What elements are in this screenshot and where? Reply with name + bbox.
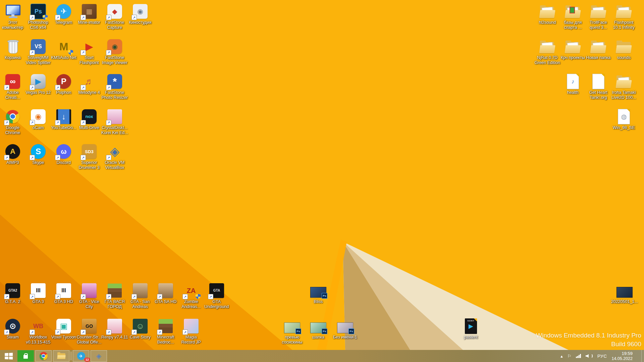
desktop-icon-iroha-tamaki[interactable]: Iroha Tamaki Live2D 100... [611, 73, 637, 100]
shortcut-arrow-icon: ↗ [106, 294, 111, 299]
shortcut-arrow-icon: ↗ [55, 329, 60, 335]
icon-label: Magia Record JP [173, 335, 209, 345]
shortcut-arrow-icon: ↗ [4, 155, 9, 160]
desktop-icon-bliss[interactable]: PsBliss [306, 283, 331, 304]
shortcut-arrow-icon: ↗ [80, 50, 86, 55]
shortcut-arrow-icon: ↗ [4, 120, 9, 125]
action-center-flag-icon[interactable]: ⚐ [568, 354, 572, 358]
desktop-icon-gta-san-andreas[interactable]: ↗GTA - San Andreas [127, 283, 153, 309]
desktop-icon-faststone-capture[interactable]: ◆↗FastStone Capture [102, 3, 127, 30]
youtube-downloader-icon: ↓↗ [56, 109, 72, 125]
windows-watermark: Windows Embedded 8.1 Industry Pro Build … [536, 331, 641, 349]
photoshop-file-badge: Ps [296, 328, 301, 334]
desktop-icon-flashpoint-infinity[interactable]: Flashpoint 10.1 Infinity [611, 3, 637, 30]
faststone-capture-icon: ◆↗ [107, 3, 123, 19]
cave-story-icon: ☺↗ [132, 318, 148, 334]
show-desktop-strip[interactable] [641, 350, 644, 362]
desktop-icon-sounds[interactable]: sounds [611, 39, 637, 60]
crystaldiskinfo-icon: ↗ [107, 109, 123, 125]
solveigmm-icon: VS↗ [30, 39, 46, 55]
desktop-icon-preview-sosiskiny[interactable]: Psпревью сосискины [279, 318, 305, 345]
icon-label: Iroha Tamaki Live2D 100... [606, 90, 642, 100]
desktop-icon-photoshop-cs6[interactable]: Ps↗Photoshop CS6 x64 [25, 3, 51, 30]
shortcut-arrow-icon: ↗ [106, 50, 111, 55]
desktop-icon-faststone-resizer[interactable]: *↗FastStone Photo Resizer [102, 73, 127, 100]
taskbar-store-button[interactable] [17, 350, 34, 362]
show-hidden-icons-chevron[interactable]: ▴ [560, 354, 563, 358]
shortcut-arrow-icon: ↗ [30, 50, 35, 55]
shortcut-arrow-icon: ↗ [30, 329, 35, 335]
faststone-viewer-icon: ◉↗ [107, 39, 123, 55]
desktop-icon-faststone-viewer[interactable]: ◉↗FastStone Image Viewer [102, 39, 127, 65]
shortcut-arrow-icon: ↗ [55, 15, 60, 20]
trollface-quest-icon [590, 3, 606, 19]
psiphon-icon: P↗ [56, 73, 72, 89]
file-explorer-icon [57, 353, 65, 359]
shortcut-arrow-icon: ↗ [4, 329, 9, 335]
desktop-icon-gta-underground[interactable]: GTA↗GTA Underground [204, 283, 229, 309]
google-chrome-icon: ↗ [5, 109, 21, 125]
taskbar-chrome-button[interactable] [35, 350, 52, 362]
desktop-icon-njrat[interactable]: NjRat 0.7D Green Edition [535, 39, 560, 65]
photoshop-file-badge: Ps [348, 328, 354, 334]
desktop-icon-win-98-se[interactable]: ◍Win_98_SE [611, 109, 637, 130]
uac-shield-icon [68, 50, 73, 55]
icon-label: Win_98_SE [606, 125, 642, 130]
desktop-icon-pastent[interactable]: SONY▶pastent [458, 318, 484, 340]
bazy-dlya-sparta-icon [565, 3, 581, 19]
recycle-bin-icon [5, 39, 21, 55]
icon-label: 20220501_1... [607, 299, 642, 304]
volume-icon[interactable] [586, 354, 593, 358]
gta3-icon: III↗ [30, 283, 46, 299]
desktop-icon-solveigmm[interactable]: VS↗SolveigMM Video Splitter [25, 39, 51, 65]
preview-sosiskiny-icon: Ps [284, 318, 300, 334]
hl2sound-icon [539, 3, 555, 19]
desktop-icon-google-chrome[interactable]: ↗Google Chrome [0, 109, 25, 135]
taskbar-virtualbox-button[interactable]: ◈ [91, 350, 107, 362]
photoshop-cs6-icon: Ps↗ [30, 3, 46, 19]
desktop-icon-magia-record[interactable]: ↗Magia Record JP [178, 318, 204, 345]
desktop-icon-adobe-creative[interactable]: ∞↗Adobe Creati... [0, 73, 25, 100]
photoshop-file-badge: Ps [322, 328, 327, 334]
desktop-icon-video-20220501[interactable]: 20220501_1... [612, 283, 637, 304]
icon-label: sounds [606, 55, 642, 60]
pastent-icon: SONY▶ [463, 318, 479, 334]
store-bag-icon [23, 355, 28, 359]
aimp3-icon: A↗ [5, 143, 21, 160]
desktop-icon-csgo[interactable]: GO↗Counter-Str... Global Offe... [76, 318, 102, 345]
magia-record-icon: ↗ [183, 318, 199, 334]
icon-label: FastStone Image Viewer [97, 55, 132, 65]
minecraft-bedrock-icon: ↗ [158, 318, 174, 334]
shortcut-arrow-icon: ↗ [106, 329, 111, 335]
explorer-stacked-window-indicator[interactable] [70, 352, 71, 360]
faststone-resizer-icon: *↗ [107, 73, 123, 89]
superior-drummer-icon: SD3↗ [81, 143, 97, 160]
novaya-papka-icon [590, 39, 606, 55]
desktop-icon-crystaldiskinfo[interactable]: ↗CrystalDiskI... Kurei Kei Ed... [102, 109, 127, 135]
taskbar-telegram-button[interactable]: ✈ 12 [73, 350, 89, 362]
start-button[interactable] [0, 350, 17, 362]
vegas-pro-12-icon: ▶↗ [30, 73, 46, 89]
system-tray: ▴ ⚐ РУС 19:59 14.05.2022 [560, 350, 644, 362]
explorer-stacked-window-indicator[interactable] [71, 352, 72, 360]
shortcut-arrow-icon: ↗ [30, 85, 35, 90]
desktop-icon-oracle-virtualbox[interactable]: ◈↗Oracle VM VirtualBox [102, 143, 127, 170]
worldbox-icon: WB↗ [30, 318, 46, 334]
gta3-hd-icon: III↗ [56, 283, 72, 299]
taskbar-clock[interactable]: 19:59 14.05.2022 [611, 351, 633, 361]
skype-icon: S↗ [30, 143, 46, 160]
telegram-icon: ✈↗ [56, 3, 72, 19]
network-signal-icon[interactable] [576, 354, 581, 358]
gta-vasya-gorod-icon: ↗ [107, 283, 123, 299]
gta2-icon: GTA2↗ [5, 283, 21, 299]
desktop-icon-worldbox[interactable]: WB↗Worldbox v0.13.15-415 [25, 318, 51, 345]
taskbar-explorer-button[interactable] [53, 350, 69, 362]
flashpoint-infinity-icon [616, 3, 632, 19]
desktop-icon-kinostudiya[interactable]: ◉↗Киностудия [127, 3, 153, 25]
bliss-icon: Ps [310, 283, 326, 299]
shortcut-arrow-icon: ↗ [55, 120, 60, 125]
shortcut-arrow-icon: ↗ [157, 294, 162, 299]
shortcut-arrow-icon: ↗ [55, 155, 60, 160]
language-indicator[interactable]: РУС [597, 354, 607, 359]
desktop-icon-bez-imeni-1[interactable]: PsБез имени-1 [332, 318, 358, 340]
